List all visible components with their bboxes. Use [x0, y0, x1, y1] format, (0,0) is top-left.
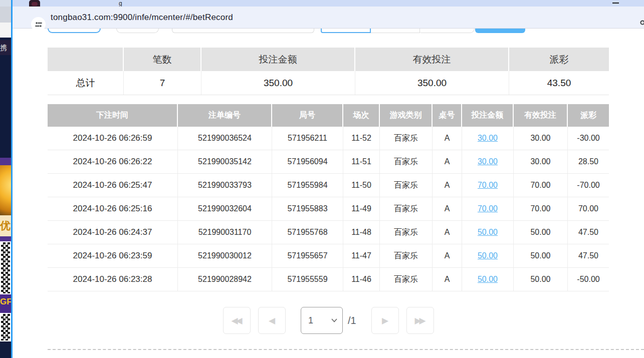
bg-qr-code	[0, 241, 11, 294]
game-type: 百家乐	[380, 221, 433, 244]
next-page-button[interactable]: ▶	[371, 307, 399, 334]
search-button[interactable]	[475, 29, 525, 33]
valid-bet: 30.00	[514, 150, 568, 173]
summary-total-row: 总计 7 350.00 350.00 43.50	[48, 71, 609, 95]
game-type: 百家乐	[380, 268, 433, 291]
page-select[interactable]: 1	[301, 307, 343, 334]
order-no: 521990035142	[178, 150, 272, 173]
bet-amount-link[interactable]: 30.00	[478, 134, 498, 143]
summary-header-blank	[48, 48, 124, 71]
window-edge-highlight	[11, 0, 13, 358]
payout-cell: -30.00	[568, 127, 609, 150]
payout-cell: 47.50	[568, 221, 609, 244]
table-row: 2024-10-26 06:26:59 521990036524 5719562…	[48, 127, 609, 150]
date-range-segment-group	[321, 29, 475, 33]
header-order-no: 注单编号	[178, 104, 272, 127]
header-round-no: 局号	[272, 104, 343, 127]
bet-time: 2024-10-26 06:26:59	[48, 127, 178, 150]
key-icon[interactable]	[639, 19, 644, 27]
bet-time: 2024-10-26 06:23:28	[48, 268, 178, 291]
payout-cell: 47.50	[568, 244, 609, 267]
first-page-button[interactable]: ◀◀	[223, 307, 251, 334]
header-bet-time: 下注时间	[48, 104, 178, 127]
payout-cell: 28.50	[568, 150, 609, 173]
address-bar[interactable]: tongbao31.com:9900/infe/mcenter/#/betRec…	[13, 7, 644, 29]
tab-favicon[interactable]	[29, 0, 40, 7]
url-text[interactable]: tongbao31.com:9900/infe/mcenter/#/betRec…	[51, 7, 233, 29]
site-settings-icon[interactable]	[31, 17, 46, 32]
payout-cell: 70.00	[568, 197, 609, 220]
bet-amount-link[interactable]: 70.00	[478, 204, 498, 213]
bet-time: 2024-10-26 06:23:59	[48, 244, 178, 267]
table-no: A	[433, 244, 462, 267]
order-no: 521990036524	[178, 127, 272, 150]
bet-amount-link[interactable]: 50.00	[478, 251, 498, 260]
round-no: 571955768	[272, 221, 343, 244]
summary-bet-amount-value: 350.00	[201, 71, 355, 95]
session: 11-48	[343, 221, 380, 244]
round-no: 571955883	[272, 197, 343, 220]
bet-time: 2024-10-26 06:25:47	[48, 174, 178, 197]
session: 11-49	[343, 197, 380, 220]
valid-bet: 50.00	[514, 268, 568, 291]
header-valid-bet: 有效投注	[514, 104, 568, 127]
last-page-button[interactable]: ▶▶	[406, 307, 434, 334]
table-no: A	[433, 197, 462, 220]
valid-bet: 30.00	[514, 127, 568, 150]
header-table-no: 桌号	[433, 104, 462, 127]
page-select-value: 1	[308, 315, 331, 326]
bg-qr-code	[0, 313, 11, 341]
tab-title[interactable]: g	[119, 0, 122, 7]
summary-valid-bet-value: 350.00	[355, 71, 509, 95]
game-type: 百家乐	[380, 244, 433, 267]
order-no: 521990031170	[178, 221, 272, 244]
valid-bet: 50.00	[514, 221, 568, 244]
browser-tab-strip[interactable]: g	[13, 0, 644, 7]
segment-active[interactable]	[321, 29, 371, 33]
summary-table: 笔数 投注金额 有效投注 派彩 总计 7 350.00 350.00 43.50	[48, 48, 609, 95]
section-divider	[48, 349, 644, 350]
order-no: 521990033793	[178, 174, 272, 197]
minimize-icon[interactable]	[612, 3, 619, 4]
left-arrow-icon: ◀	[269, 315, 275, 326]
game-type: 百家乐	[380, 197, 433, 220]
session: 11-50	[343, 174, 380, 197]
header-payout: 派彩	[568, 104, 609, 127]
bg-window-light-band	[0, 23, 11, 38]
screen: 携程 优 GF g tongbao31.com:9900/infe/mcente…	[0, 0, 644, 358]
segment[interactable]	[371, 29, 420, 33]
summary-total-label: 总计	[48, 71, 124, 95]
bet-amount-link[interactable]: 50.00	[478, 228, 498, 237]
background-window-strip: 携程 优 GF	[0, 0, 11, 358]
filter-tab[interactable]	[116, 29, 159, 33]
order-no: 521990028942	[178, 268, 272, 291]
chevron-down-icon	[331, 318, 337, 322]
session: 11-47	[343, 244, 380, 267]
table-row: 2024-10-26 06:23:28 521990028942 5719555…	[48, 268, 609, 291]
game-type: 百家乐	[380, 127, 433, 150]
bg-side-text: 携程	[0, 40, 11, 55]
prev-page-button[interactable]: ◀	[258, 307, 286, 334]
page-total-label: /1	[348, 315, 363, 326]
bg-window-titlebar	[0, 0, 11, 7]
payout-cell: -70.00	[568, 174, 609, 197]
bet-time: 2024-10-26 06:24:37	[48, 221, 178, 244]
bg-brand-fragment: GF	[0, 294, 11, 313]
header-session: 场次	[343, 104, 380, 127]
bet-time: 2024-10-26 06:25:16	[48, 197, 178, 220]
round-no: 571956094	[272, 150, 343, 173]
table-row: 2024-10-26 06:24:37 521990031170 5719557…	[48, 221, 609, 244]
bet-amount-link[interactable]: 30.00	[478, 157, 498, 166]
round-no: 571955657	[272, 244, 343, 267]
segment[interactable]	[420, 29, 475, 33]
session: 11-46	[343, 268, 380, 291]
bet-table-header-row: 下注时间 注单编号 局号 场次 游戏类别 桌号 投注金额 有效投注 派彩	[48, 104, 609, 127]
round-no: 571955984	[272, 174, 343, 197]
table-row: 2024-10-26 06:25:47 521990033793 5719559…	[48, 174, 609, 197]
search-input[interactable]	[172, 29, 314, 33]
bet-amount-link[interactable]: 50.00	[478, 275, 498, 284]
bet-amount-link[interactable]: 70.00	[478, 181, 498, 190]
bet-record-table: 下注时间 注单编号 局号 场次 游戏类别 桌号 投注金额 有效投注 派彩 202…	[48, 104, 609, 291]
filter-tab-active[interactable]	[48, 29, 101, 33]
summary-header-valid-bet: 有效投注	[355, 48, 509, 71]
